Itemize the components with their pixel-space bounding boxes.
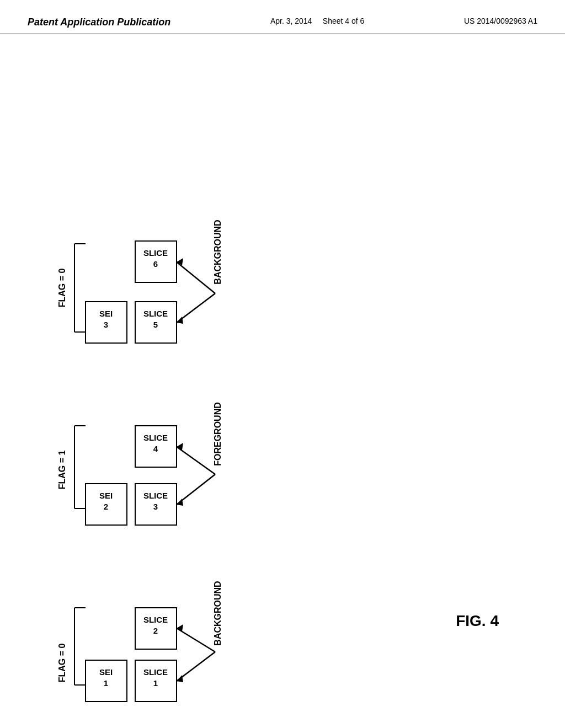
- svg-line-13: [177, 293, 215, 323]
- background-label-2: BACKGROUND: [213, 220, 222, 284]
- slice-4-number: 4: [153, 444, 158, 453]
- header-publication-type: Patent Application Publication: [28, 17, 170, 28]
- svg-line-3: [177, 652, 215, 681]
- foreground-label: FOREGROUND: [213, 402, 222, 466]
- page-header: Patent Application Publication Apr. 3, 2…: [0, 0, 565, 34]
- sei-1-number: 1: [104, 678, 108, 688]
- arrowhead-slice3: [177, 499, 183, 506]
- header-date: Apr. 3, 2014: [270, 17, 312, 25]
- slice-4-label: SLICE: [143, 433, 168, 442]
- diagram-area: FLAG = 0 SEI 1 SLICE 1 SLICE 2 BACKGROUN…: [0, 34, 565, 696]
- svg-line-9: [177, 447, 215, 474]
- sei-2-number: 2: [104, 502, 108, 511]
- slice-1-number: 1: [153, 678, 158, 688]
- slice-3-label: SLICE: [143, 491, 168, 500]
- header-patent-number: US 2014/0092963 A1: [464, 17, 537, 25]
- slice-5-number: 5: [153, 320, 158, 329]
- flag-label-2: FLAG = 1: [57, 451, 67, 490]
- sei-3-label: SEI: [99, 309, 113, 318]
- slice-2-label: SLICE: [143, 615, 168, 624]
- diagram-svg: FLAG = 0 SEI 1 SLICE 1 SLICE 2 BACKGROUN…: [44, 78, 519, 713]
- header-sheet: Sheet 4 of 6: [323, 17, 365, 25]
- arrowhead-slice1: [177, 675, 183, 682]
- header-date-sheet: Apr. 3, 2014 Sheet 4 of 6: [270, 17, 364, 25]
- slice-2-number: 2: [153, 626, 158, 635]
- svg-line-8: [177, 474, 215, 505]
- slice-6-label: SLICE: [143, 248, 168, 258]
- figure-label: FIG. 4: [456, 612, 499, 630]
- svg-line-4: [177, 628, 215, 652]
- flag-label-1: FLAG = 0: [57, 644, 67, 683]
- slice-5-label: SLICE: [143, 309, 168, 318]
- slice-6-number: 6: [153, 259, 158, 269]
- slice-1-label: SLICE: [143, 667, 168, 677]
- sei-1-label: SEI: [99, 667, 113, 677]
- background-label-1: BACKGROUND: [213, 581, 222, 645]
- svg-line-14: [177, 262, 215, 293]
- sei-2-label: SEI: [99, 491, 113, 500]
- arrowhead-slice5: [177, 317, 183, 324]
- sei-3-number: 3: [104, 320, 108, 329]
- slice-3-number: 3: [153, 502, 158, 511]
- flag-label-3: FLAG = 0: [57, 269, 67, 308]
